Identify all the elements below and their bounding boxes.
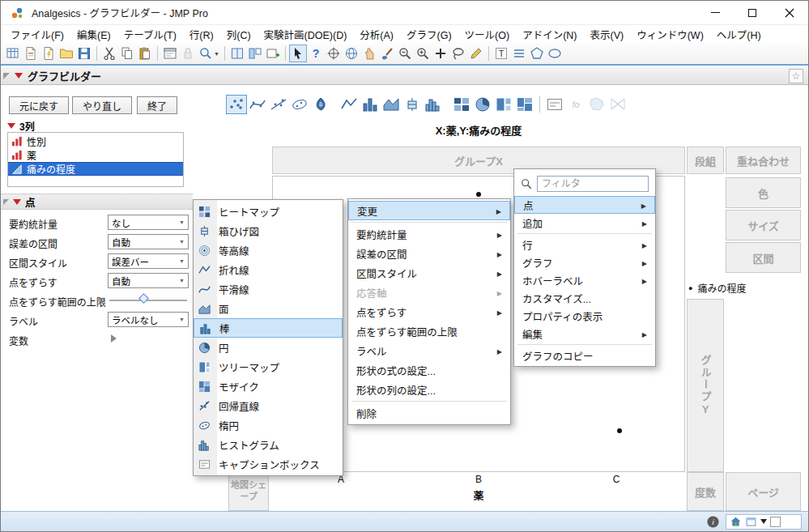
menu-item-delete[interactable]: 削除 bbox=[348, 403, 510, 423]
box-plot-element-icon[interactable] bbox=[402, 95, 423, 114]
legend-item-pain[interactable]: ● 痛みの程度 bbox=[688, 281, 746, 295]
menu-window[interactable]: ウィンドウ(W) bbox=[630, 25, 710, 44]
wrap-drop-zone[interactable]: 段組 bbox=[687, 147, 724, 174]
outline-collapse-icon[interactable] bbox=[3, 199, 9, 205]
label-dropdown[interactable]: ラベルなし▼ bbox=[108, 312, 189, 327]
menu-tables[interactable]: テーブル(T) bbox=[117, 25, 183, 44]
caption-box-element-icon[interactable] bbox=[544, 95, 565, 114]
menu-item-line[interactable]: 折れ線 bbox=[194, 260, 343, 279]
menu-item-ellipse[interactable]: 楕円 bbox=[194, 415, 343, 435]
globe-tool-icon[interactable] bbox=[343, 45, 360, 62]
new-data-table-icon[interactable] bbox=[4, 45, 22, 62]
menu-item-box-plot[interactable]: 箱ひげ図 bbox=[194, 221, 343, 240]
menu-file[interactable]: ファイル(F) bbox=[4, 25, 70, 44]
points-element-icon[interactable] bbox=[226, 95, 247, 114]
menu-cols[interactable]: 列(C) bbox=[220, 25, 258, 44]
menu-item-histogram[interactable]: ヒストグラム bbox=[194, 435, 343, 454]
layout-icon[interactable] bbox=[246, 45, 264, 62]
bookmark-star-icon[interactable]: ☆ bbox=[789, 69, 803, 83]
journal-icon[interactable] bbox=[228, 45, 246, 62]
error-interval-dropdown[interactable]: 自動▼ bbox=[108, 234, 189, 249]
menu-item-interval-style[interactable]: 区間スタイル bbox=[348, 263, 510, 283]
menu-item-set-shape-expression[interactable]: 形状の式の設定... bbox=[348, 360, 510, 380]
open-icon[interactable] bbox=[57, 45, 75, 62]
menu-item-rows[interactable]: 行 bbox=[514, 236, 655, 253]
menu-doe[interactable]: 実験計画(DOE)(D) bbox=[258, 25, 354, 44]
menu-filter-input[interactable] bbox=[537, 176, 649, 192]
variables-disclosure-icon[interactable] bbox=[111, 334, 117, 343]
map-shape-element-icon[interactable] bbox=[586, 95, 607, 114]
line-of-fit-element-icon[interactable] bbox=[268, 95, 289, 114]
data-point[interactable] bbox=[617, 428, 622, 433]
dropdown-caret-icon[interactable] bbox=[760, 519, 767, 524]
menu-item-heatmap[interactable]: ヒートマップ bbox=[194, 202, 343, 221]
menu-item-points[interactable]: 点 bbox=[514, 196, 655, 214]
red-triangle-menu-icon[interactable] bbox=[15, 73, 23, 79]
brush-tool-icon[interactable] bbox=[378, 45, 396, 62]
script-window-icon[interactable] bbox=[161, 45, 179, 62]
menu-edit[interactable]: 編集(E) bbox=[70, 25, 117, 44]
redo-button[interactable]: やり直し bbox=[72, 96, 132, 114]
menu-item-jitter[interactable]: 点をずらす bbox=[348, 302, 510, 321]
home-icon[interactable] bbox=[730, 516, 742, 528]
summary-statistic-dropdown[interactable]: なし▼ bbox=[108, 215, 189, 230]
search-icon[interactable]: ▼ bbox=[197, 45, 221, 62]
column-item-sex[interactable]: 性別 bbox=[8, 134, 183, 148]
zoom-out-tool-icon[interactable] bbox=[396, 45, 414, 62]
menu-item-bar[interactable]: 棒 bbox=[194, 318, 343, 338]
shape-annotate-icon[interactable] bbox=[528, 45, 546, 62]
menu-item-jitter-limit[interactable]: 点をずらす範囲の上限 bbox=[348, 321, 510, 341]
menu-item-change[interactable]: 変更 bbox=[348, 201, 510, 220]
menu-item-customize[interactable]: カスタマイズ... bbox=[514, 289, 655, 307]
copy-icon[interactable] bbox=[118, 45, 136, 62]
window-icon[interactable] bbox=[745, 516, 757, 528]
pie-element-icon[interactable] bbox=[472, 95, 493, 114]
paste-icon[interactable] bbox=[136, 45, 154, 62]
menu-item-area[interactable]: 面 bbox=[194, 299, 343, 318]
heatmap-element-icon[interactable] bbox=[451, 95, 472, 114]
map-shape-drop-zone[interactable]: 地図シェープ bbox=[228, 470, 269, 511]
maximize-button[interactable] bbox=[734, 1, 771, 24]
menu-item-hover-label[interactable]: ホバーラベル bbox=[514, 271, 655, 289]
jitter-dropdown[interactable]: 自動▼ bbox=[108, 273, 189, 288]
new-script-icon[interactable] bbox=[40, 45, 57, 62]
cut-icon[interactable] bbox=[100, 45, 118, 62]
menu-item-copy-graph[interactable]: グラフのコピー bbox=[514, 347, 655, 364]
menu-item-pie[interactable]: 円 bbox=[194, 338, 343, 357]
menu-item-error-interval[interactable]: 誤差の区間 bbox=[348, 244, 510, 263]
ellipse-element-icon[interactable] bbox=[289, 95, 310, 114]
line-annotate-icon[interactable] bbox=[510, 45, 528, 62]
grabber-tool-icon[interactable] bbox=[360, 45, 378, 62]
done-button[interactable]: 終了 bbox=[137, 96, 177, 114]
color-drop-zone[interactable]: 色 bbox=[726, 177, 801, 208]
menu-item-smoother[interactable]: 平滑線 bbox=[194, 279, 343, 299]
minimize-button[interactable] bbox=[696, 1, 734, 24]
oval-annotate-icon[interactable] bbox=[546, 45, 564, 62]
arrow-tool-icon[interactable] bbox=[289, 45, 307, 62]
interval-drop-zone[interactable]: 区間 bbox=[726, 242, 801, 273]
mosaic-element-icon[interactable] bbox=[514, 95, 535, 114]
menu-item-label-option[interactable]: ラベル bbox=[348, 341, 510, 360]
text-annotate-icon[interactable]: T bbox=[492, 45, 510, 62]
menu-rows[interactable]: 行(R) bbox=[183, 25, 220, 44]
menu-item-edit[interactable]: 編集 bbox=[514, 325, 655, 343]
formula-element-icon[interactable]: fo bbox=[565, 95, 586, 114]
group-y-drop-zone[interactable]: グループY bbox=[687, 299, 724, 472]
menu-item-add[interactable]: 追加 bbox=[514, 214, 655, 232]
page-drop-zone[interactable]: ページ bbox=[726, 472, 801, 511]
pencil-tool-icon[interactable] bbox=[467, 45, 485, 62]
menu-item-treemap[interactable]: ツリーマップ bbox=[194, 357, 343, 377]
new-window-icon[interactable] bbox=[264, 45, 282, 62]
treemap-element-icon[interactable] bbox=[493, 95, 514, 114]
menu-item-graph[interactable]: グラフ bbox=[514, 253, 655, 271]
line-element-icon[interactable] bbox=[339, 95, 360, 114]
menu-tools[interactable]: ツール(O) bbox=[458, 25, 517, 44]
lock-icon[interactable] bbox=[179, 45, 197, 62]
menu-item-summary-statistic[interactable]: 要約統計量 bbox=[348, 224, 510, 244]
size-drop-zone[interactable]: サイズ bbox=[726, 210, 801, 240]
column-item-pain[interactable]: 痛みの程度 bbox=[8, 162, 183, 176]
overlay-drop-zone[interactable]: 重ね合わせ bbox=[726, 147, 801, 174]
menu-analyze[interactable]: 分析(A) bbox=[353, 25, 400, 44]
plus-tool-icon[interactable] bbox=[432, 45, 449, 62]
data-point[interactable] bbox=[476, 192, 481, 197]
